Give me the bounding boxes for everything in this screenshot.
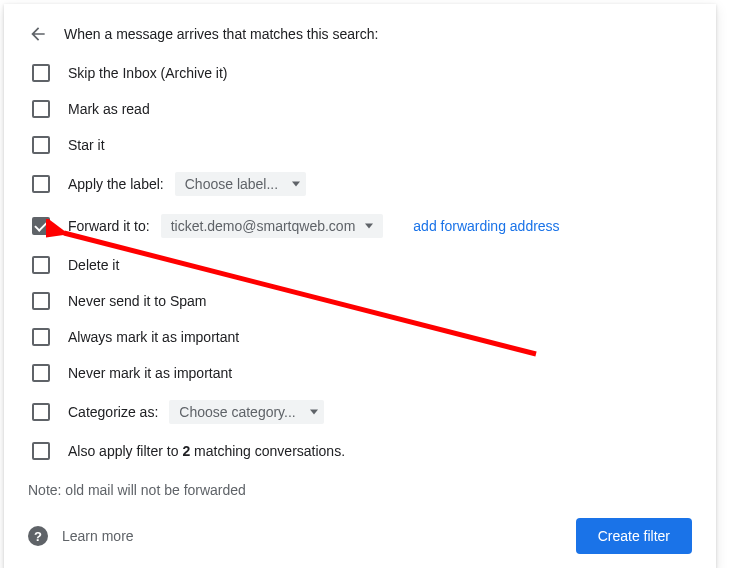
back-arrow-icon[interactable] (28, 24, 48, 44)
help-icon[interactable]: ? (28, 526, 48, 546)
checkbox-star[interactable] (32, 136, 50, 154)
learn-more-link[interactable]: Learn more (62, 528, 134, 544)
option-apply-label: Apply the label: Choose label... (32, 172, 692, 196)
label-star: Star it (68, 137, 105, 153)
learn-more-section: ? Learn more (28, 526, 134, 546)
option-categorize: Categorize as: Choose category... (32, 400, 692, 424)
label-also-apply: Also apply filter to 2 matching conversa… (68, 443, 345, 459)
option-mark-read: Mark as read (32, 100, 692, 118)
label-delete: Delete it (68, 257, 119, 273)
checkbox-forward[interactable] (32, 217, 50, 235)
label-mark-read: Mark as read (68, 101, 150, 117)
checkbox-never-spam[interactable] (32, 292, 50, 310)
checkbox-never-important[interactable] (32, 364, 50, 382)
label-always-important: Always mark it as important (68, 329, 239, 345)
checkbox-skip-inbox[interactable] (32, 64, 50, 82)
option-never-important: Never mark it as important (32, 364, 692, 382)
label-forward: Forward it to: (68, 218, 150, 234)
filter-options: Skip the Inbox (Archive it) Mark as read… (32, 64, 692, 460)
dialog-header: When a message arrives that matches this… (28, 24, 692, 44)
dialog-footer: ? Learn more Create filter (28, 518, 692, 554)
option-always-important: Always mark it as important (32, 328, 692, 346)
create-filter-button[interactable]: Create filter (576, 518, 692, 554)
option-star: Star it (32, 136, 692, 154)
dropdown-choose-category[interactable]: Choose category... (169, 400, 323, 424)
checkbox-mark-read[interactable] (32, 100, 50, 118)
label-apply-label: Apply the label: (68, 176, 164, 192)
label-never-important: Never mark it as important (68, 365, 232, 381)
link-add-forwarding[interactable]: add forwarding address (413, 218, 559, 234)
checkbox-always-important[interactable] (32, 328, 50, 346)
label-categorize: Categorize as: (68, 404, 158, 420)
option-never-spam: Never send it to Spam (32, 292, 692, 310)
dialog-title: When a message arrives that matches this… (64, 26, 378, 42)
option-also-apply: Also apply filter to 2 matching conversa… (32, 442, 692, 460)
option-forward: Forward it to: ticket.demo@smartqweb.com… (32, 214, 692, 238)
dropdown-choose-label[interactable]: Choose label... (175, 172, 306, 196)
filter-dialog: When a message arrives that matches this… (4, 4, 716, 568)
option-skip-inbox: Skip the Inbox (Archive it) (32, 64, 692, 82)
note-text: Note: old mail will not be forwarded (28, 482, 692, 498)
label-never-spam: Never send it to Spam (68, 293, 207, 309)
checkbox-also-apply[interactable] (32, 442, 50, 460)
checkbox-delete[interactable] (32, 256, 50, 274)
checkbox-apply-label[interactable] (32, 175, 50, 193)
checkbox-categorize[interactable] (32, 403, 50, 421)
option-delete: Delete it (32, 256, 692, 274)
label-skip-inbox: Skip the Inbox (Archive it) (68, 65, 228, 81)
dropdown-forward-address[interactable]: ticket.demo@smartqweb.com (161, 214, 384, 238)
